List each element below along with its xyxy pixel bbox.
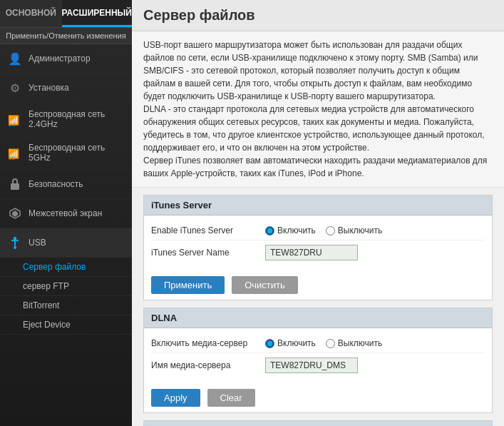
sidebar-tabs: ОСНОВНОЙ РАСШИРЕННЫЙ (0, 0, 132, 27)
itunes-section-header: iTunes Server (144, 196, 492, 215)
dlna-name-label: Имя медиа-сервера (151, 360, 265, 370)
itunes-btn-row: Применить Очистить (144, 270, 492, 300)
usb-icon (7, 235, 23, 250)
sidebar-item-firewall[interactable]: Межсетевой экран (0, 199, 132, 228)
sidebar-menu: Администратор Установка 📶 2.4 Беспроводн… (0, 44, 132, 426)
sidebar-item-wifi5[interactable]: 📶 5G Беспроводная сеть 5GHz (0, 136, 132, 170)
firewall-icon (7, 206, 23, 221)
sidebar-item-setup-label: Установка (29, 83, 69, 93)
wifi5-icon: 📶 5G (7, 145, 23, 161)
tab-main[interactable]: ОСНОВНОЙ (0, 0, 62, 27)
svg-text:2.4: 2.4 (9, 122, 16, 127)
main-content: Сервер файлов USB-порт вашего маршрутиза… (132, 0, 504, 426)
description-text: USB-порт вашего маршрутизатора может быт… (143, 40, 487, 178)
svg-rect-11 (16, 240, 19, 241)
page-description: USB-порт вашего маршрутизатора может быт… (132, 31, 504, 188)
svg-rect-7 (14, 237, 16, 241)
dlna-apply-button[interactable]: Apply (151, 389, 200, 407)
dlna-apply-label: Apply (164, 392, 187, 403)
dlna-section: DLNA Включить медиа-сервер Включить Выкл… (143, 308, 493, 413)
info-section-header: Информация сервера (144, 421, 492, 426)
itunes-radio-on-label: Включить (277, 225, 316, 235)
itunes-section: iTunes Server Enable iTunes Server Включ… (143, 195, 493, 300)
svg-text:5G: 5G (9, 156, 15, 161)
svg-rect-4 (11, 183, 19, 190)
itunes-radio-off-label: Выключить (338, 225, 382, 235)
itunes-radio-on[interactable]: Включить (265, 225, 316, 235)
sidebar-item-usb-label: USB (29, 238, 46, 248)
dlna-radio-group: Включить Выключить (265, 338, 382, 348)
sidebar-item-admin-label: Администратор (29, 54, 91, 64)
sidebar-item-setup[interactable]: Установка (0, 73, 132, 103)
subitem-eject-label: Eject Device (23, 320, 71, 330)
itunes-name-input[interactable] (265, 245, 358, 260)
tab-advanced-label: РАСШИРЕННЫЙ (62, 8, 132, 18)
dlna-clear-button[interactable]: Clear (207, 389, 255, 407)
dlna-name-input[interactable] (265, 357, 358, 373)
dlna-radio-on[interactable]: Включить (265, 338, 316, 348)
dlna-clear-label: Clear (220, 392, 242, 403)
sidebar-subitem-ftp[interactable]: сервер FTP (0, 277, 132, 296)
setup-icon (7, 80, 23, 96)
sidebar-item-wifi24[interactable]: 📶 2.4 Беспроводная сеть 2.4GHz (0, 103, 132, 136)
sidebar: ОСНОВНОЙ РАСШИРЕННЫЙ Применить/Отменить … (0, 0, 132, 426)
itunes-radio-off-input[interactable] (326, 226, 335, 235)
dlna-enable-label: Включить медиа-сервер (151, 338, 265, 348)
itunes-radio-on-input[interactable] (265, 226, 274, 235)
dlna-name-control (265, 357, 358, 373)
sidebar-subitem-file-server[interactable]: Сервер файлов (0, 258, 132, 277)
itunes-enable-label: Enable iTunes Server (151, 225, 265, 235)
itunes-enable-control: Включить Выключить (265, 225, 382, 235)
sidebar-item-security[interactable]: Безопасность (0, 170, 132, 199)
sidebar-item-security-label: Безопасность (29, 179, 83, 189)
itunes-apply-button[interactable]: Применить (151, 276, 225, 294)
dlna-section-body: Включить медиа-сервер Включить Выключить (144, 328, 492, 383)
itunes-radio-group: Включить Выключить (265, 225, 382, 235)
security-icon (7, 176, 23, 192)
itunes-radio-off[interactable]: Выключить (326, 225, 382, 235)
page-title: Сервер файлов (132, 0, 504, 31)
dlna-enable-control: Включить Выключить (265, 338, 382, 348)
tab-advanced[interactable]: РАСШИРЕННЫЙ (62, 0, 132, 27)
sidebar-item-wifi5-label: Беспроводная сеть 5GHz (29, 143, 125, 163)
dlna-btn-row: Apply Clear (144, 383, 492, 412)
sidebar-subitem-eject[interactable]: Eject Device (0, 315, 132, 335)
sidebar-item-usb[interactable]: USB (0, 228, 132, 258)
dlna-enable-row: Включить медиа-сервер Включить Выключить (151, 334, 485, 353)
dlna-radio-off-input[interactable] (326, 339, 335, 348)
itunes-section-body: Enable iTunes Server Включить Выключить (144, 215, 492, 270)
apply-cancel-bar: Применить/Отменить изменения (0, 27, 132, 44)
itunes-enable-row: Enable iTunes Server Включить Выключить (151, 221, 485, 240)
itunes-name-row: iTunes Server Name (151, 240, 485, 265)
apply-cancel-text: Применить/Отменить изменения (6, 31, 125, 40)
dlna-radio-on-input[interactable] (265, 339, 274, 348)
subitem-file-server-label: Сервер файлов (23, 262, 86, 272)
sidebar-item-admin[interactable]: Администратор (0, 44, 132, 73)
subitem-ftp-label: сервер FTP (23, 281, 69, 291)
tab-main-label: ОСНОВНОЙ (6, 8, 56, 18)
dlna-section-header: DLNA (144, 308, 492, 328)
itunes-clear-label: Очистить (245, 280, 285, 290)
admin-icon (7, 51, 23, 66)
svg-rect-10 (11, 240, 14, 241)
sidebar-item-firewall-label: Межсетевой экран (29, 208, 102, 218)
dlna-radio-on-label: Включить (277, 338, 316, 348)
itunes-clear-button[interactable]: Очистить (232, 276, 298, 294)
itunes-apply-label: Применить (164, 280, 212, 290)
info-section: Информация сервера (143, 420, 493, 426)
itunes-name-control (265, 245, 358, 260)
subitem-bittorrent-label: BitTorrent (23, 300, 59, 310)
dlna-radio-off-label: Выключить (338, 338, 382, 348)
wifi24-icon: 📶 2.4 (7, 111, 23, 127)
dlna-name-row: Имя медиа-сервера (151, 353, 485, 377)
svg-point-9 (14, 246, 16, 249)
svg-rect-8 (14, 241, 16, 247)
itunes-name-label: iTunes Server Name (151, 248, 265, 258)
sidebar-item-wifi24-label: Беспроводная сеть 2.4GHz (29, 109, 125, 129)
sidebar-subitem-bittorrent[interactable]: BitTorrent (0, 296, 132, 315)
svg-marker-6 (12, 211, 18, 217)
dlna-radio-off[interactable]: Выключить (326, 338, 382, 348)
